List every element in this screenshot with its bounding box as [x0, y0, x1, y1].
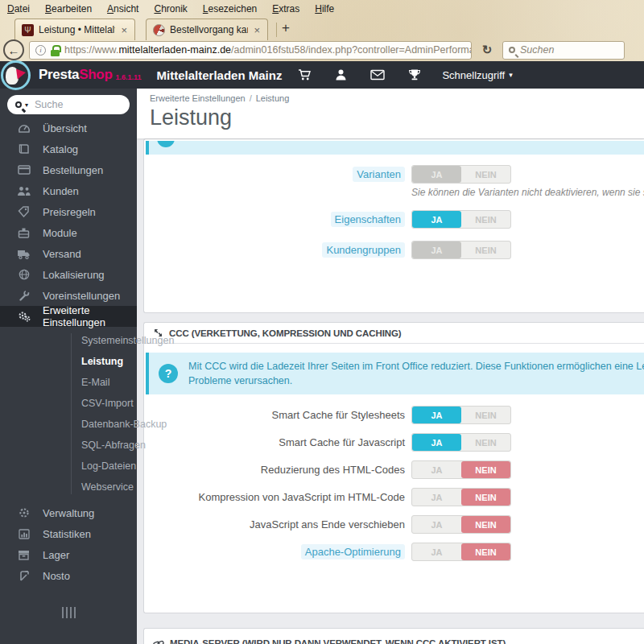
- eigenschaften-label[interactable]: Eigenschaften: [331, 212, 405, 227]
- question-icon: [157, 141, 175, 147]
- close-tab-icon[interactable]: ×: [120, 24, 128, 36]
- toggle-yes-button[interactable]: JA: [412, 516, 461, 533]
- menu-datei[interactable]: Datei: [7, 3, 30, 14]
- varianten-label[interactable]: Varianten: [353, 167, 405, 182]
- setting-row-eigenschaften: Eigenschaften JA NEIN: [144, 210, 644, 229]
- sidebar-item-bestellungen[interactable]: Bestellungen: [0, 159, 137, 180]
- toggle-no-button[interactable]: NEIN: [461, 516, 510, 533]
- cart-icon[interactable]: [298, 68, 312, 81]
- toggle-no-button[interactable]: NEIN: [461, 211, 510, 228]
- sidebar-subitem-systemeinstellungen[interactable]: Systemeinstellungen: [0, 330, 137, 351]
- users-icon: [17, 186, 31, 196]
- toggle-yes-button[interactable]: JA: [412, 407, 461, 423]
- sidebar-item-katalog[interactable]: Katalog: [0, 138, 137, 159]
- sidebar-subitem-sql-abfragen[interactable]: SQL-Abfragen: [0, 435, 137, 456]
- varianten-toggle[interactable]: JA NEIN: [411, 165, 511, 184]
- info-alert-partial: [146, 141, 644, 155]
- sidebar-item-nosto[interactable]: Nosto: [0, 565, 137, 586]
- page-info-icon[interactable]: i: [35, 45, 46, 56]
- sidebar: ▾ Suche Übersicht Katalog Bestellungen: [0, 89, 137, 644]
- toggle-no-button[interactable]: NEIN: [461, 407, 510, 423]
- employee-icon[interactable]: [335, 68, 347, 81]
- apache-optimierung-toggle[interactable]: JA NEIN: [411, 543, 511, 561]
- sidebar-item-uebersicht[interactable]: Übersicht: [0, 118, 137, 138]
- sidebar-item-kunden[interactable]: Kunden: [0, 180, 137, 201]
- setting-row-smart-cache-js: Smart Cache für Javascript JA NEIN: [144, 433, 644, 452]
- tab-leistung[interactable]: Ψ Leistung • Mittelalterladen M ×: [14, 19, 135, 40]
- sidebar-item-statistiken[interactable]: Statistiken: [0, 523, 137, 544]
- sidebar-subitem-log-dateien[interactable]: Log-Dateien: [0, 456, 137, 477]
- browser-chrome: Datei Bearbeiten Ansicht Chronik Lesezei…: [0, 0, 644, 61]
- menu-extras[interactable]: Extras: [272, 3, 299, 14]
- sidebar-item-voreinstellungen[interactable]: Voreinstellungen: [0, 285, 137, 306]
- toggle-yes-button[interactable]: JA: [412, 166, 461, 183]
- back-button[interactable]: ←: [3, 39, 24, 60]
- tab-bar: Ψ Leistung • Mittelalterladen M × Bestel…: [0, 18, 644, 40]
- menu-chronik[interactable]: Chronik: [154, 3, 187, 14]
- address-bar[interactable]: i https://www.mittelalterladen-mainz.de/…: [29, 41, 472, 60]
- sidebar-subitem-email[interactable]: E-Mail: [0, 372, 137, 393]
- kundengruppen-label[interactable]: Kundengruppen: [322, 242, 405, 258]
- smart-cache-js-toggle[interactable]: JA NEIN: [411, 433, 511, 452]
- toggle-yes-button[interactable]: JA: [412, 489, 461, 506]
- eigenschaften-toggle[interactable]: JA NEIN: [411, 210, 511, 229]
- tab-bestellvorgang[interactable]: Bestellvorgang kannn nicht ×: [146, 19, 268, 40]
- browser-window: Datei Bearbeiten Ansicht Chronik Lesezei…: [0, 0, 644, 644]
- admin-search-input[interactable]: ▾ Suche: [7, 95, 130, 114]
- browser-search-input[interactable]: Suchen: [502, 41, 625, 60]
- prestashop-logo[interactable]: [1, 60, 31, 90]
- toggle-yes-button[interactable]: JA: [412, 543, 461, 560]
- smart-cache-css-toggle[interactable]: JA NEIN: [411, 406, 511, 424]
- sidebar-subitem-leistung[interactable]: Leistung: [0, 351, 137, 372]
- kundengruppen-toggle[interactable]: JA NEIN: [411, 241, 511, 259]
- toggle-no-button[interactable]: NEIN: [461, 166, 510, 183]
- setting-row-js-ans-ende: JavaScript ans Ende verschieben JA NEIN: [144, 515, 644, 534]
- setting-row-apache-optimierung: Apache-Optimierung JA NEIN: [144, 543, 644, 561]
- toggle-no-button[interactable]: NEIN: [461, 434, 510, 451]
- sidebar-collapse-handle[interactable]: [62, 607, 76, 618]
- secure-lock-icon[interactable]: [51, 46, 60, 56]
- sidebar-item-versand[interactable]: Versand: [0, 243, 137, 264]
- media-server-panel-header: MEDIA-SERVER (WIRD NUR DANN VERWENDET, W…: [144, 633, 644, 644]
- tachometer-icon: [17, 122, 31, 134]
- menu-ansicht[interactable]: Ansicht: [107, 3, 138, 14]
- js-kompression-toggle[interactable]: JA NEIN: [411, 488, 511, 506]
- toggle-no-button[interactable]: NEIN: [461, 489, 510, 506]
- sidebar-subitem-datenbank-backup[interactable]: Datenbank-Backup: [0, 414, 137, 435]
- sidebar-subitem-webservice[interactable]: Webservice: [0, 477, 137, 497]
- prestashop-brand: PrestaShop: [39, 67, 112, 83]
- sidebar-item-lager[interactable]: Lager: [0, 544, 137, 565]
- tab-title: Bestellvorgang kannn nicht: [170, 24, 248, 35]
- gears-icon: [17, 311, 31, 322]
- sidebar-item-module[interactable]: Module: [0, 222, 137, 243]
- apache-optimierung-label[interactable]: Apache-Optimierung: [301, 544, 405, 559]
- quick-access-dropdown[interactable]: Schnellzugriff▾: [442, 69, 512, 81]
- nosto-icon: [17, 571, 31, 581]
- sidebar-item-verwaltung[interactable]: Verwaltung: [0, 502, 137, 523]
- new-tab-button[interactable]: +: [282, 20, 295, 38]
- sidebar-item-erweiterte-einstellungen[interactable]: Erweiterte Einstellungen: [0, 306, 137, 327]
- toggle-yes-button[interactable]: JA: [412, 461, 461, 478]
- credit-card-icon: [17, 165, 31, 175]
- menu-lesezeichen[interactable]: Lesezeichen: [203, 3, 257, 14]
- toggle-no-button[interactable]: NEIN: [461, 543, 510, 560]
- toggle-yes-button[interactable]: JA: [412, 211, 461, 228]
- html-reduzierung-toggle[interactable]: JA NEIN: [411, 460, 511, 479]
- menu-hilfe[interactable]: Hilfe: [315, 3, 334, 14]
- chevron-down-icon[interactable]: ▾: [25, 101, 28, 109]
- toggle-no-button[interactable]: NEIN: [461, 242, 510, 258]
- sidebar-subitem-csv-import[interactable]: CSV-Import: [0, 393, 137, 414]
- mail-icon[interactable]: [370, 69, 385, 80]
- breadcrumb-parent[interactable]: Erweiterte Einstellungen: [150, 93, 246, 103]
- reload-button[interactable]: ↻: [477, 40, 497, 60]
- menu-bearbeiten[interactable]: Bearbeiten: [45, 3, 92, 14]
- shop-name-link[interactable]: Mittelalterladen Mainz: [157, 68, 283, 82]
- toggle-no-button[interactable]: NEIN: [461, 461, 510, 478]
- trophy-icon[interactable]: [408, 68, 421, 81]
- js-ans-ende-toggle[interactable]: JA NEIN: [411, 515, 511, 534]
- toggle-yes-button[interactable]: JA: [412, 434, 461, 451]
- close-tab-icon[interactable]: ×: [253, 24, 261, 36]
- sidebar-item-preisregeln[interactable]: Preisregeln: [0, 201, 137, 222]
- toggle-yes-button[interactable]: JA: [412, 242, 461, 258]
- sidebar-item-lokalisierung[interactable]: Lokalisierung: [0, 264, 137, 285]
